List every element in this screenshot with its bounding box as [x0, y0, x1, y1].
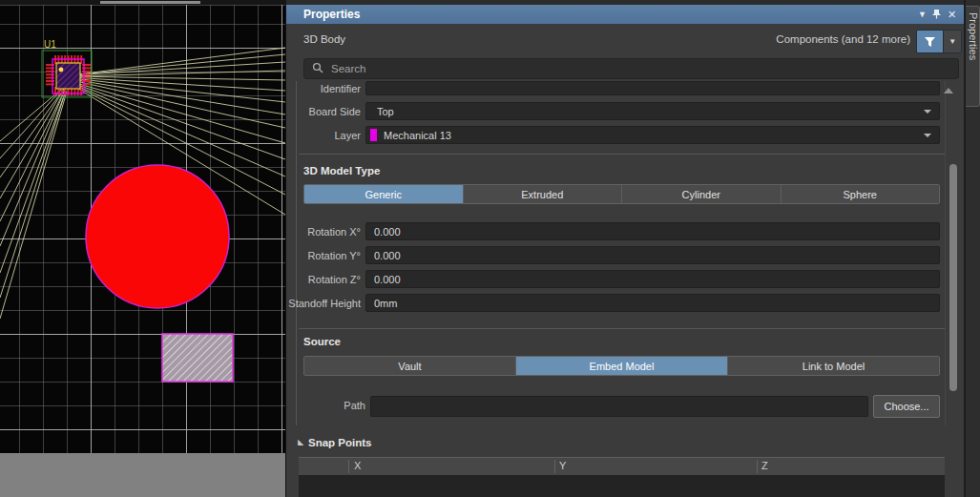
panel-menu-icon[interactable]: ▼	[916, 9, 928, 21]
chevron-down-icon	[924, 110, 931, 114]
layer-label: Layer	[286, 130, 361, 141]
properties-panel: Properties ▼ ✕ 3D Body Components (and 1…	[286, 0, 965, 497]
standoff-height-input[interactable]	[365, 294, 940, 312]
pcb-round-pad[interactable]	[86, 165, 229, 308]
properties-side-tab[interactable]: Properties	[966, 6, 980, 107]
filter-scope-label: Components (and 12 more)	[776, 33, 910, 45]
standoff-height-label: Standoff Height	[286, 298, 361, 309]
snap-points-empty-list[interactable]	[299, 475, 945, 497]
identifier-label: Identifier	[286, 83, 361, 94]
column-divider[interactable]	[348, 460, 349, 473]
section-divider	[299, 328, 945, 329]
pin1-marker	[59, 68, 64, 72]
snap-points-header-row: X Y Z	[299, 457, 945, 476]
filter-button-group: ▼	[916, 30, 962, 53]
pcb-view: U1	[0, 0, 286, 497]
path-label: Path	[291, 400, 365, 411]
rotation-x-input[interactable]	[365, 222, 940, 240]
layer-color-swatch	[370, 129, 377, 141]
content-right-edge	[945, 81, 946, 425]
panel-title: Properties	[303, 8, 360, 21]
board-side-label: Board Side	[286, 106, 361, 117]
pcb-hatched-region[interactable]	[162, 334, 233, 382]
rotation-y-label: Rotation Y°	[286, 250, 361, 261]
section-divider	[299, 154, 945, 155]
close-icon[interactable]: ✕	[946, 9, 958, 21]
side-tab-label: Properties	[967, 12, 979, 60]
board-side-select[interactable]: Top	[365, 102, 940, 120]
panel-tab-strip: Properties	[965, 0, 980, 497]
snap-points-heading[interactable]: Snap Points	[308, 437, 371, 448]
model-type-option-sphere[interactable]: Sphere	[782, 185, 940, 203]
pin-icon[interactable]	[930, 9, 943, 21]
source-option-link-to-model[interactable]: Link to Model	[728, 357, 939, 375]
pcb-outside-board-area	[0, 453, 285, 497]
search-icon	[312, 60, 323, 77]
collapse-triangle-icon[interactable]: ◢	[298, 438, 303, 446]
column-divider[interactable]	[757, 460, 758, 473]
rotation-y-input[interactable]	[365, 246, 940, 264]
model-type-option-generic[interactable]: Generic	[304, 185, 464, 203]
search-input[interactable]	[329, 62, 958, 75]
choose-button[interactable]: Choose...	[873, 395, 940, 418]
model-type-option-cylinder[interactable]: Cylinder	[622, 185, 782, 203]
panel-titlebar[interactable]: Properties ▼ ✕	[286, 5, 964, 24]
column-divider[interactable]	[554, 460, 555, 473]
rotation-z-input[interactable]	[365, 270, 940, 288]
component-3d-body	[56, 63, 80, 89]
scroll-up-arrow[interactable]	[944, 88, 953, 93]
rotation-z-label: Rotation Z°	[286, 274, 361, 285]
object-type-label: 3D Body	[303, 33, 345, 45]
board-side-value: Top	[377, 106, 394, 117]
snap-column-y[interactable]: Y	[559, 460, 566, 471]
panel-scrollbar-thumb[interactable]	[949, 164, 957, 391]
filter-dropdown-button[interactable]: ▼	[943, 31, 961, 52]
layer-value: Mechanical 13	[384, 130, 451, 141]
rotation-x-label: Rotation X°	[286, 226, 361, 238]
search-box[interactable]	[303, 58, 959, 79]
pcb-objects-layer: U1	[0, 5, 285, 453]
layer-select[interactable]: Mechanical 13	[365, 126, 940, 144]
source-segments: Vault Embed Model Link to Model	[303, 356, 940, 376]
altium-pcb-editor: U1	[0, 0, 980, 497]
path-input[interactable]	[370, 396, 868, 417]
source-heading: Source	[303, 336, 341, 347]
model-type-option-extruded[interactable]: Extruded	[464, 185, 623, 203]
identifier-input[interactable]	[365, 81, 940, 95]
filter-icon[interactable]	[917, 31, 943, 52]
component-designator: U1	[44, 39, 56, 50]
source-option-vault[interactable]: Vault	[304, 357, 516, 375]
scrollbar-thumb[interactable]	[100, 1, 200, 4]
model-type-segments: Generic Extruded Cylinder Sphere	[303, 184, 940, 204]
source-option-embed-model[interactable]: Embed Model	[516, 357, 728, 375]
model-type-heading: 3D Model Type	[303, 165, 380, 176]
snap-column-z[interactable]: Z	[761, 460, 768, 471]
snap-column-x[interactable]: X	[354, 460, 361, 471]
pcb-component-u1[interactable]: U1	[42, 39, 92, 97]
chevron-down-icon	[924, 134, 931, 137]
